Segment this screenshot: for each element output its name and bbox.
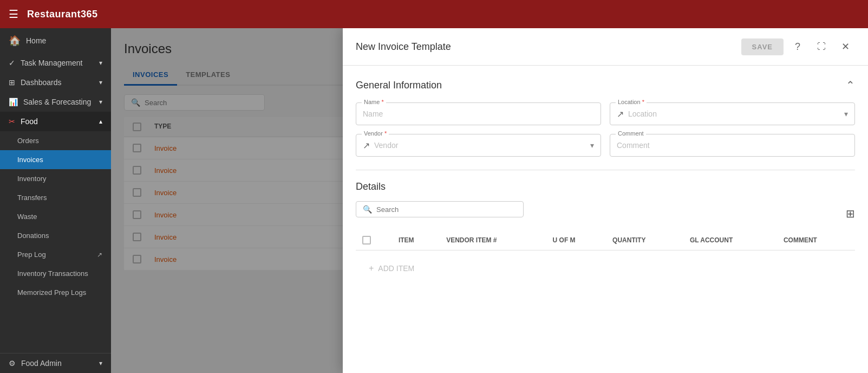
comment-field: Comment — [610, 134, 855, 157]
location-field: Location * ↗ ▾ — [610, 102, 855, 125]
sidebar-sales-label: Sales & Forecasting — [23, 98, 91, 106]
vendor-external-link-icon[interactable]: ↗ — [363, 140, 370, 151]
prep-log-label: Prep Log — [17, 250, 46, 259]
save-button[interactable]: SAVE — [741, 38, 784, 55]
sidebar: 🏠 Home ✓ Task Management ▾ ⊞ Dashboards … — [0, 28, 111, 373]
details-search-bar[interactable]: 🔍 — [356, 201, 524, 217]
details-search-icon: 🔍 — [363, 205, 372, 214]
sidebar-sub-item-prep-log[interactable]: Prep Log ↗ — [0, 245, 111, 264]
sidebar-bottom: ⚙ Food Admin ▾ — [0, 353, 111, 373]
waste-label: Waste — [17, 213, 37, 221]
name-label: Name * — [362, 99, 386, 105]
chevron-down-icon: ▾ — [99, 59, 102, 67]
sidebar-item-task-management[interactable]: ✓ Task Management ▾ — [0, 53, 111, 73]
export-icon[interactable]: ⊞ — [846, 207, 855, 220]
scissors-icon: ✂ — [9, 117, 15, 126]
hamburger-icon[interactable]: ☰ — [9, 8, 18, 21]
chevron-down-icon: ▾ — [99, 79, 102, 86]
close-icon: ✕ — [841, 41, 850, 53]
collapse-button[interactable]: ⌃ — [846, 79, 855, 92]
details-search-input[interactable] — [376, 205, 517, 214]
modal-header: New Invoice Template SAVE ? ⛶ ✕ — [343, 28, 868, 66]
vendor-required: * — [384, 130, 387, 137]
vendor-dropdown-icon[interactable]: ▾ — [590, 141, 594, 150]
sidebar-item-food-admin[interactable]: ⚙ Food Admin ▾ — [0, 353, 111, 373]
gear-icon: ⚙ — [9, 359, 16, 368]
chart-icon: 📊 — [9, 98, 18, 106]
location-dropdown-icon[interactable]: ▾ — [844, 110, 848, 118]
memorized-prep-logs-label: Memorized Prep Logs — [17, 288, 86, 297]
vendor-input[interactable] — [374, 139, 586, 152]
invoices-label: Invoices — [17, 156, 43, 164]
sidebar-item-food[interactable]: ✂ Food ▴ — [0, 112, 111, 131]
sidebar-sub-item-transfers[interactable]: Transfers — [0, 188, 111, 207]
add-item-button[interactable]: + ADD ITEM — [362, 257, 849, 280]
sidebar-sub-item-invoices[interactable]: Invoices — [0, 150, 111, 169]
name-required: * — [381, 99, 383, 105]
external-link-icon: ↗ — [97, 251, 102, 259]
col-vendor-item: Vendor Item # — [440, 230, 546, 250]
col-select[interactable] — [356, 230, 392, 250]
general-info-title: General Information — [356, 80, 442, 91]
sidebar-dashboard-label: Dashboards — [21, 78, 62, 87]
modal-title: New Invoice Template — [356, 41, 733, 53]
location-input[interactable] — [628, 107, 840, 120]
details-actions: 🔍 ⊞ — [356, 201, 855, 226]
sidebar-item-home[interactable]: 🏠 Home — [0, 28, 111, 53]
sidebar-task-label: Task Management — [21, 59, 82, 67]
sidebar-sub-item-waste[interactable]: Waste — [0, 207, 111, 226]
modal-body: General Information ⌃ Name * Location * — [343, 66, 868, 373]
col-item: Item — [392, 230, 440, 250]
details-table-header: Item Vendor Item # U Of M Quantity GL Ac… — [356, 230, 855, 250]
comment-label: Comment — [616, 130, 646, 137]
help-icon: ? — [795, 41, 800, 53]
inventory-transactions-label: Inventory Transactions — [17, 269, 88, 278]
details-table-body: + ADD ITEM — [356, 250, 855, 287]
main-area: 🏠 Home ✓ Task Management ▾ ⊞ Dashboards … — [0, 28, 868, 373]
details-section: Details 🔍 ⊞ — [356, 170, 855, 286]
sidebar-item-sales-forecasting[interactable]: 📊 Sales & Forecasting ▾ — [0, 92, 111, 112]
fullscreen-button[interactable]: ⛶ — [812, 37, 831, 56]
sidebar-sub-item-orders[interactable]: Orders — [0, 131, 111, 150]
inventory-label: Inventory — [17, 175, 46, 183]
close-button[interactable]: ✕ — [836, 37, 855, 56]
details-title: Details — [356, 181, 855, 192]
location-field-inner: ↗ ▾ — [617, 107, 848, 120]
check-icon: ✓ — [9, 59, 15, 67]
add-item-label: ADD ITEM — [378, 264, 414, 273]
vendor-label: Vendor * — [362, 130, 389, 137]
chevron-down-icon: ▾ — [99, 359, 102, 367]
col-comment: Comment — [777, 230, 855, 250]
general-info-form: Name * Location * ↗ ▾ — [356, 102, 855, 157]
sidebar-item-home-label: Home — [26, 36, 46, 45]
plus-icon: + — [369, 263, 374, 273]
home-icon: 🏠 — [9, 35, 21, 47]
general-info-section-header: General Information ⌃ — [356, 79, 855, 92]
sidebar-item-dashboards[interactable]: ⊞ Dashboards ▾ — [0, 73, 111, 92]
comment-input[interactable] — [617, 139, 848, 152]
donations-label: Donations — [17, 231, 49, 240]
content-area: Invoices INVOICES TEMPLATES 🔍 Type Statu… — [111, 28, 868, 373]
vendor-field-inner: ↗ ▾ — [363, 139, 594, 152]
location-label: Location * — [616, 99, 647, 105]
sidebar-sub-item-donations[interactable]: Donations — [0, 226, 111, 245]
dashboard-icon: ⊞ — [9, 78, 15, 87]
details-table: Item Vendor Item # U Of M Quantity GL Ac… — [356, 230, 855, 286]
add-item-row[interactable]: + ADD ITEM — [356, 250, 855, 287]
app-logo: Restaurant365 — [27, 9, 98, 20]
help-button[interactable]: ? — [788, 37, 807, 56]
sidebar-sub-item-inventory[interactable]: Inventory — [0, 169, 111, 188]
sidebar-sub-item-memorized-prep-logs[interactable]: Memorized Prep Logs — [0, 283, 111, 302]
food-admin-label: Food Admin — [21, 359, 62, 368]
name-field: Name * — [356, 102, 601, 125]
sidebar-sub-item-inventory-transactions[interactable]: Inventory Transactions — [0, 264, 111, 283]
external-link-icon[interactable]: ↗ — [617, 109, 624, 119]
fullscreen-icon: ⛶ — [817, 42, 826, 52]
vendor-field: Vendor * ↗ ▾ — [356, 134, 601, 157]
chevron-down-icon: ▾ — [99, 98, 102, 106]
name-input[interactable] — [363, 107, 594, 120]
chevron-up-icon: ▴ — [99, 118, 102, 125]
col-uom: U Of M — [546, 230, 606, 250]
modal-actions: SAVE ? ⛶ ✕ — [741, 37, 855, 56]
top-nav: ☰ Restaurant365 — [0, 0, 868, 28]
